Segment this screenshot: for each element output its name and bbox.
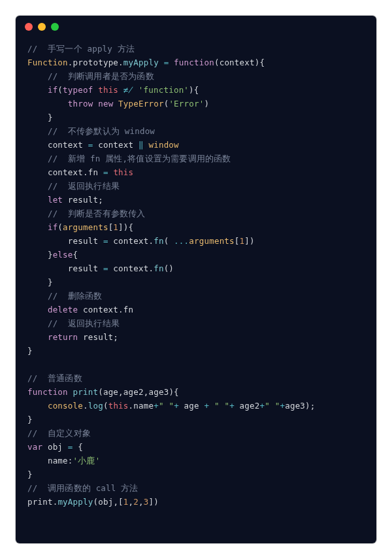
code-token-func: fn — [154, 236, 163, 246]
code-token-punct: } — [27, 346, 33, 356]
code-token-ident: result — [63, 195, 98, 205]
code-token-ident: context — [48, 167, 83, 177]
code-token-ident: age2 — [235, 401, 260, 411]
code-token-indent — [27, 332, 48, 342]
code-token-punct: [ — [235, 236, 240, 246]
code-token-op: = — [103, 167, 108, 177]
code-token-this: this — [98, 85, 118, 95]
code-token-punct: ]) — [244, 236, 254, 246]
code-token-punct: ]){ — [118, 222, 133, 232]
code-token-indent — [27, 195, 48, 205]
code-token-this: this — [108, 401, 129, 411]
code-token-punct: : — [68, 456, 73, 466]
code-token-ident — [118, 85, 123, 95]
code-token-punct: . — [83, 167, 88, 177]
code-token-indent — [27, 167, 48, 177]
code-token-ident: context — [220, 58, 255, 67]
code-token-func: fn — [154, 263, 163, 273]
code-token-ident: context — [48, 140, 88, 150]
code-token-prop: name — [48, 456, 68, 466]
code-token-ident — [68, 387, 73, 397]
code-token-string: 'function' — [139, 85, 189, 95]
code-token-ident: obj — [98, 497, 113, 507]
code-token-prop: fn — [88, 167, 98, 177]
code-token-indent — [27, 291, 48, 301]
code-token-indent — [27, 250, 48, 260]
code-token-indent — [27, 154, 48, 163]
code-token-comment: // 新增 fn 属性,将值设置为需要调用的函数 — [48, 154, 231, 163]
code-token-indent — [27, 99, 68, 109]
code-token-op: + — [229, 401, 235, 411]
code-token-punct: ){ — [255, 58, 265, 67]
code-token-punct: ( — [57, 85, 63, 95]
code-token-ident — [169, 58, 174, 67]
close-icon[interactable] — [25, 23, 33, 31]
code-token-punct: ( — [214, 58, 220, 67]
code-token-keyword: return — [48, 332, 78, 342]
code-token-ident: result — [68, 263, 103, 273]
code-token-punct: ( — [57, 222, 63, 232]
code-token-punct: } — [48, 250, 53, 260]
code-token-punct: ) — [204, 99, 209, 109]
code-token-punct: ); — [305, 401, 315, 411]
code-token-op: = — [103, 236, 108, 246]
code-token-keyword: delete — [48, 305, 78, 314]
code-token-ident: age3 — [148, 387, 169, 397]
code-token-number: 1 — [113, 222, 118, 232]
code-token-comment: // 手写一个 apply 方法 — [27, 44, 135, 54]
code-token-comment: // 普通函数 — [27, 373, 82, 383]
code-token-keyword: else — [53, 250, 73, 260]
code-token-func: myApply — [123, 58, 159, 67]
code-token-punct: ]) — [149, 497, 159, 507]
code-token-comment: // 返回执行结果 — [48, 318, 120, 328]
code-token-indent — [27, 222, 48, 232]
code-token-punct: } — [48, 112, 53, 122]
code-token-string: 'Error' — [169, 99, 204, 109]
code-token-indent — [27, 236, 68, 246]
code-token-keyword: var — [27, 442, 42, 452]
code-token-func: myApply — [57, 497, 93, 507]
code-token-number: 1 — [123, 497, 129, 507]
code-token-indent — [27, 126, 48, 136]
code-token-punct: . — [68, 58, 73, 67]
code-token-op: = — [68, 442, 73, 452]
code-token-func: log — [88, 401, 103, 411]
code-token-op: ... — [174, 236, 189, 246]
code-token-ident: context — [78, 305, 118, 314]
code-token-ident: print — [27, 497, 53, 507]
titlebar — [16, 16, 376, 38]
code-token-comment: // 返回执行结果 — [48, 181, 120, 191]
code-token-punct: ( — [98, 387, 103, 397]
code-token-punct: } — [27, 469, 33, 479]
code-token-punct: ; — [113, 332, 118, 342]
code-token-indent — [27, 277, 48, 287]
code-token-comment: // 判断是否有参数传入 — [48, 209, 146, 218]
code-token-punct: () — [164, 263, 174, 273]
code-token-op: + — [174, 401, 179, 411]
code-token-punct: } — [27, 415, 33, 424]
code-token-keyword: typeof — [63, 85, 93, 95]
minimize-icon[interactable] — [38, 23, 46, 31]
code-token-punct: { — [78, 442, 83, 452]
zoom-icon[interactable] — [51, 23, 59, 31]
code-token-ident: age — [103, 387, 118, 397]
code-block: // 手写一个 apply 方法 Function.prototype.myAp… — [16, 38, 376, 520]
code-token-ident: context — [108, 263, 149, 273]
code-token-func: print — [73, 387, 99, 397]
code-token-keyword: function — [174, 58, 214, 67]
code-token-ident: context — [93, 140, 139, 150]
code-token-indent — [27, 318, 48, 328]
code-token-string: '小鹿' — [73, 456, 101, 466]
code-token-keyword: if — [48, 222, 57, 232]
code-token-ident: result — [78, 332, 113, 342]
code-token-comment: // 自定义对象 — [27, 428, 91, 438]
code-token-punct: ; — [98, 195, 103, 205]
code-token-indent — [27, 456, 48, 466]
code-token-ident: age3 — [285, 401, 305, 411]
code-token-comment: // 不传参默认为 window — [48, 126, 155, 136]
code-token-ident — [209, 401, 214, 411]
code-token-keyword: new — [98, 99, 113, 109]
code-token-op: + — [154, 401, 159, 411]
code-token-indent — [27, 112, 48, 122]
code-token-punct: ,[ — [113, 497, 123, 507]
